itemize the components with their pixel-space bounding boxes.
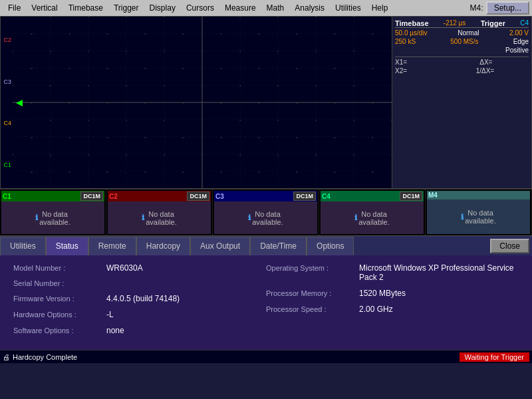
grid-svg bbox=[13, 17, 392, 188]
dx-label: ΔX= bbox=[479, 59, 492, 66]
y-label-c4: C4 bbox=[1, 120, 13, 126]
menu-bar: File Vertical Timebase Trigger Display C… bbox=[0, 0, 532, 16]
ch3-info-icon: ℹ bbox=[248, 213, 251, 222]
proc-mem-label: Processor Memory : bbox=[266, 289, 359, 297]
rate-val: 500 MS/s bbox=[450, 38, 478, 45]
grid-area bbox=[13, 17, 392, 188]
ch3-header: C3 DC1M bbox=[214, 191, 317, 201]
ch2-body: ℹ No dataavailable. bbox=[108, 201, 211, 234]
timebase-label: Timebase bbox=[395, 19, 429, 27]
ch3-badge: DC1M bbox=[293, 192, 316, 201]
bottom-bar: 🖨 Hardcopy Complete Waiting for Trigger bbox=[0, 350, 532, 363]
hardcopy-status: 🖨 Hardcopy Complete bbox=[3, 353, 77, 361]
menu-measure[interactable]: Measure bbox=[219, 2, 261, 14]
menu-cursors[interactable]: Cursors bbox=[181, 2, 219, 14]
trigger-label-text: Trigger bbox=[501, 353, 524, 361]
m4-info-icon: ℹ bbox=[461, 213, 464, 221]
normal-val: 2.00 V bbox=[509, 29, 529, 37]
ch4-no-data: No dataavailable. bbox=[358, 210, 389, 226]
ch1-no-data: No dataavailable. bbox=[39, 210, 70, 226]
ch2-badge: DC1M bbox=[187, 192, 209, 201]
menu-file[interactable]: File bbox=[3, 2, 26, 14]
channel-c3[interactable]: C3 DC1M ℹ No dataavailable. bbox=[213, 190, 319, 235]
firmware-val: 4.4.0.5 (build 74148) bbox=[106, 294, 180, 303]
channel-m4[interactable]: M4 ℹ No dataavailable. bbox=[426, 190, 532, 235]
trigger-label: Trigger bbox=[481, 19, 505, 27]
channel-strip: C1 DC1M ℹ No dataavailable. C2 DC1M ℹ No… bbox=[0, 189, 532, 235]
model-number-val: WR6030A bbox=[106, 263, 143, 273]
proc-mem-val: 1520 MBytes bbox=[359, 289, 406, 298]
right-panel: Timebase -212 µs Trigger C4 50.0 µs/div … bbox=[392, 17, 531, 188]
ch3-id: C3 bbox=[215, 193, 224, 200]
tabs-area: Utilities Status Remote Hardcopy Aux Out… bbox=[0, 235, 532, 255]
tab-datetime[interactable]: Date/Time bbox=[250, 237, 307, 255]
m4-label: M4: bbox=[470, 3, 486, 13]
inv-dx-label: 1/ΔX= bbox=[476, 67, 495, 74]
menu-vertical[interactable]: Vertical bbox=[26, 2, 63, 14]
channel-c2[interactable]: C2 DC1M ℹ No dataavailable. bbox=[106, 190, 213, 235]
positive-label: Positive bbox=[505, 47, 529, 54]
hw-options-label: Hardware Options : bbox=[13, 311, 106, 319]
os-val: Microsoft Windows XP Professional Servic… bbox=[359, 263, 519, 282]
ch1-id: C1 bbox=[3, 193, 11, 200]
m4-id: M4 bbox=[428, 192, 438, 199]
channel-c4[interactable]: C4 DC1M ℹ No dataavailable. bbox=[319, 190, 426, 235]
ch3-no-data: No dataavailable. bbox=[252, 210, 283, 226]
menu-display[interactable]: Display bbox=[144, 2, 181, 14]
ch1-body: ℹ No dataavailable. bbox=[1, 201, 104, 234]
serial-label: Serial Number : bbox=[13, 279, 106, 287]
status-panel: Model Number : WR6030A Serial Number : F… bbox=[0, 255, 532, 350]
menu-timebase[interactable]: Timebase bbox=[63, 2, 108, 14]
setup-button[interactable]: Setup... bbox=[486, 1, 529, 15]
hardcopy-label: Hardcopy Complete bbox=[13, 353, 77, 361]
tab-remote[interactable]: Remote bbox=[88, 237, 136, 255]
m4-no-data: No dataavailable. bbox=[465, 209, 495, 225]
proc-speed-label: Processor Speed : bbox=[266, 305, 359, 313]
timebase-val: -212 µs bbox=[444, 19, 466, 27]
trigger-status: Waiting for Trigger bbox=[460, 352, 529, 362]
sw-options-val: none bbox=[106, 326, 124, 335]
m4-header: M4 bbox=[427, 191, 530, 200]
ch4-header: C4 DC1M bbox=[321, 191, 424, 201]
trigger-waiting-text: Waiting for bbox=[465, 353, 499, 361]
ch2-no-data: No dataavailable. bbox=[146, 210, 176, 226]
div-val: 50.0 µs/div bbox=[395, 29, 428, 37]
normal-label: Normal bbox=[458, 29, 479, 37]
y-label-c1: C1 bbox=[1, 162, 13, 168]
svg-rect-6 bbox=[13, 17, 392, 188]
menu-help[interactable]: Help bbox=[366, 2, 394, 14]
channel-c1[interactable]: C1 DC1M ℹ No dataavailable. bbox=[0, 190, 106, 235]
m4-body: ℹ No dataavailable. bbox=[427, 200, 530, 234]
proc-speed-val: 2.00 GHz bbox=[359, 305, 393, 314]
ch1-info-icon: ℹ bbox=[35, 213, 38, 222]
ch1-header: C1 DC1M bbox=[1, 191, 104, 201]
tab-utilities[interactable]: Utilities bbox=[0, 237, 46, 255]
close-button[interactable]: Close bbox=[490, 239, 529, 253]
edge-label: Edge bbox=[513, 38, 529, 45]
samples-val: 250 kS bbox=[395, 38, 416, 45]
menu-analysis[interactable]: Analysis bbox=[289, 2, 330, 14]
ch2-info-icon: ℹ bbox=[142, 213, 144, 222]
ch4-info-icon: ℹ bbox=[354, 213, 357, 222]
model-number-label: Model Number : bbox=[13, 264, 106, 272]
x1-label: X1= bbox=[395, 59, 407, 66]
ch4-body: ℹ No dataavailable. bbox=[321, 201, 424, 234]
tab-status[interactable]: Status bbox=[46, 237, 88, 255]
ch4-badge: DC1M bbox=[400, 192, 422, 201]
y-axis-labels: C2 C3 C4 C1 bbox=[1, 17, 13, 188]
sw-options-label: Software Options : bbox=[13, 327, 106, 334]
menu-trigger[interactable]: Trigger bbox=[108, 2, 144, 14]
menu-utilities[interactable]: Utilities bbox=[330, 2, 366, 14]
ch2-header: C2 DC1M bbox=[108, 191, 211, 201]
menu-math[interactable]: Math bbox=[261, 2, 290, 14]
tab-aux-output[interactable]: Aux Output bbox=[190, 237, 250, 255]
scope-display: C2 C3 C4 C1 bbox=[0, 16, 532, 189]
ch4-id: C4 bbox=[322, 193, 331, 200]
firmware-label: Firmware Version : bbox=[13, 295, 106, 303]
hardcopy-icon: 🖨 bbox=[3, 353, 10, 361]
ch2-id: C2 bbox=[109, 193, 118, 200]
os-label: Operating System : bbox=[266, 264, 359, 272]
y-label-c3: C3 bbox=[1, 78, 13, 85]
tab-options[interactable]: Options bbox=[307, 237, 354, 255]
tab-hardcopy[interactable]: Hardcopy bbox=[136, 237, 190, 255]
